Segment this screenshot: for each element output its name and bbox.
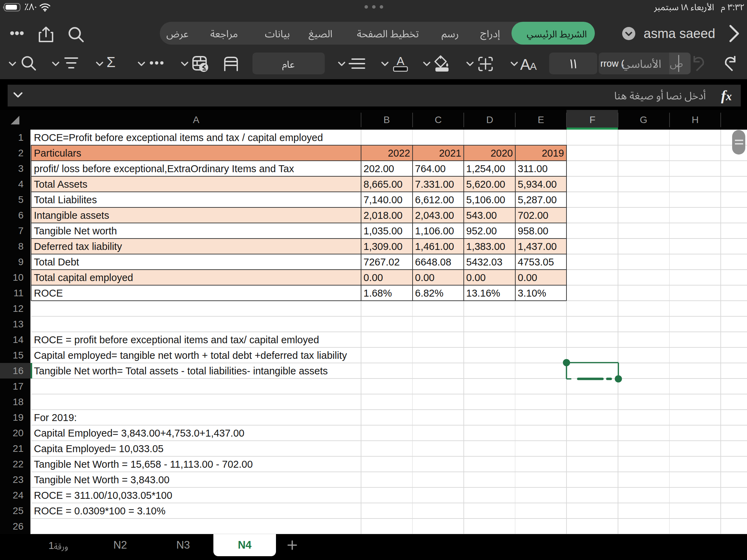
svg-text:A: A <box>397 55 405 67</box>
svg-text:A: A <box>520 56 531 72</box>
svg-text:A: A <box>530 60 537 72</box>
